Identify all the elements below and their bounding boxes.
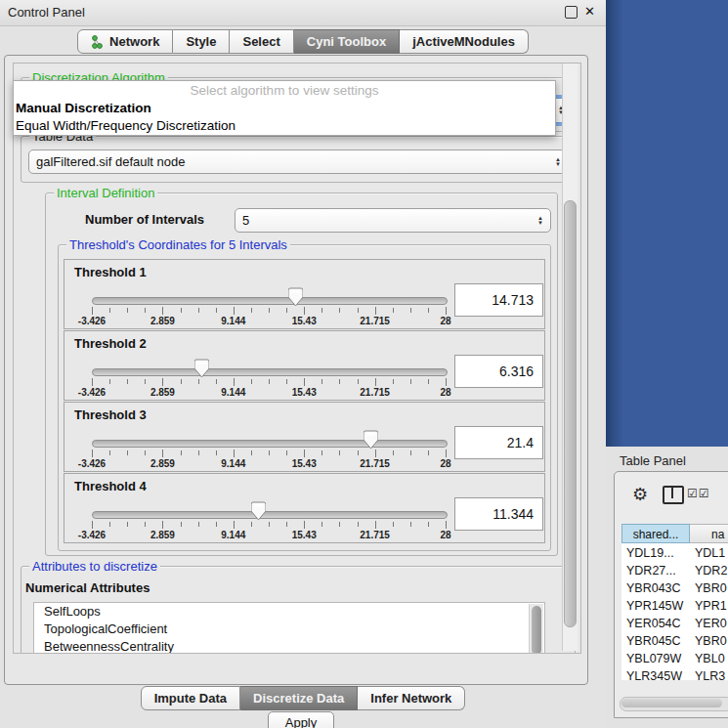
slider-tick-label: -3.426 (78, 316, 106, 326)
attribute-items: SelfLoopsTopologicalCoefficientBetweenne… (34, 603, 544, 654)
attributes-scrollbar[interactable] (529, 604, 543, 654)
checkboxes-icon[interactable]: ☑☑ (687, 487, 710, 500)
slider-tick (428, 379, 429, 384)
cell-name: YER0 (695, 615, 727, 632)
cell-name: YPR1 (695, 597, 727, 615)
table-row[interactable]: YBL079WYBL0 (621, 650, 728, 667)
table-row[interactable]: YDR27...YDR2 (621, 562, 728, 579)
slider-tick (410, 379, 411, 384)
slider-track[interactable] (92, 368, 448, 376)
slider-tick (269, 450, 270, 455)
tab-style[interactable]: Style (173, 29, 230, 54)
node-table[interactable]: shared... na YDL19...YDL1YDR27...YDR2YBR… (621, 524, 728, 680)
attribute-item-betweennesscentrality[interactable]: BetweennessCentrality (34, 638, 544, 654)
cell-name: YBL0 (695, 650, 725, 667)
slider-track[interactable] (92, 511, 448, 519)
slider-tick-label: 21.715 (360, 387, 390, 398)
slider-tick (127, 522, 128, 527)
slider-tick (181, 522, 182, 527)
slider-thumb[interactable] (364, 430, 378, 450)
slider-tick (428, 522, 429, 527)
table-row[interactable]: YLR345WYLR3 (621, 667, 728, 680)
slider-thumb[interactable] (251, 501, 266, 521)
table-row[interactable]: YBR043CYBR0 (621, 579, 728, 597)
gear-icon[interactable]: ⚙ (632, 484, 648, 505)
slider-tick (109, 379, 110, 384)
attribute-item-topologicalcoefficient[interactable]: TopologicalCoefficient (34, 621, 544, 638)
apply-button[interactable]: Apply (268, 711, 334, 728)
threshold-value-field[interactable]: 11.344 (454, 497, 543, 531)
cell-name: YDR2 (695, 562, 727, 579)
slider-thumb[interactable] (194, 359, 209, 378)
slider-tick (446, 307, 447, 315)
table-row[interactable]: YER054CYER0 (621, 615, 728, 632)
slider-tick (181, 450, 182, 455)
numerical-attributes-label: Numerical Attributes (25, 580, 150, 595)
table-data-combobox[interactable]: galFiltered.sif default node ▲▼ (28, 150, 569, 174)
slider-tick (321, 308, 322, 313)
tab-network[interactable]: Network (77, 29, 173, 54)
slider-tick (269, 522, 270, 527)
table-data-combobox-value: galFiltered.sif default node (36, 154, 185, 169)
attribute-item-selfloops[interactable]: SelfLoops (34, 603, 544, 621)
top-tab-bar: NetworkStyleSelectCyni ToolboxjActiveMNo… (0, 29, 606, 54)
slider-tick (109, 522, 110, 527)
slider-tick (393, 379, 394, 384)
tab-cyni-toolbox[interactable]: Cyni Toolbox (294, 29, 400, 54)
table-row[interactable]: YBR045CYBR0 (621, 632, 728, 650)
slider-tick (393, 450, 394, 455)
threshold-value-field[interactable]: 6.316 (454, 355, 543, 388)
float-window-icon[interactable] (565, 6, 578, 19)
table-horizontal-scrollbar[interactable] (620, 697, 728, 711)
slider-tick-label: 15.43 (292, 387, 317, 398)
threshold-value-field[interactable]: 14.713 (454, 283, 543, 317)
tab-jactivemnodules[interactable]: jActiveMNodules (400, 29, 529, 54)
slider-track[interactable] (92, 440, 448, 448)
threshold-value-field[interactable]: 21.4 (454, 426, 543, 459)
table-hscrollbar-thumb[interactable] (621, 699, 722, 707)
number-of-intervals-value: 5 (242, 213, 249, 228)
slider-thumb[interactable] (288, 287, 303, 307)
slider-tick (269, 308, 270, 313)
slider-tick (375, 521, 376, 529)
algorithm-dropdown-popup: Select algorithm to view settings Manual… (13, 80, 556, 136)
slider-tick (92, 450, 93, 457)
columns-icon[interactable] (663, 486, 684, 504)
slider-tick-label: 9.144 (221, 458, 245, 469)
slider-tick-label: -3.426 (78, 530, 106, 540)
slider-tick-label: 21.715 (360, 458, 390, 469)
main-scrollbar-thumb[interactable] (564, 200, 577, 627)
slider-track[interactable] (92, 297, 448, 305)
slider-tick (358, 379, 359, 384)
slider-tick (92, 521, 93, 529)
column-header-name[interactable]: na (690, 524, 728, 543)
number-of-intervals-combobox[interactable]: 5 ▲▼ (235, 208, 551, 233)
column-header-shared[interactable]: shared... (621, 524, 690, 543)
tab-select[interactable]: Select (230, 29, 293, 54)
algorithm-popup-prompt: Select algorithm to view settings (14, 81, 555, 100)
slider-tick (339, 379, 340, 384)
close-icon[interactable]: ✕ (584, 4, 595, 19)
algorithm-popup-items: Manual DiscretizationEqual Width/Frequen… (14, 100, 555, 135)
table-panel: Table Panel ⚙ ☑☑ shared... na YDL19...YD… (606, 447, 728, 728)
slider-tick (145, 522, 146, 527)
numerical-attributes-list[interactable]: SelfLoopsTopologicalCoefficientBetweenne… (33, 602, 545, 654)
control-panel-titlebar: Control Panel ✕ (0, 0, 606, 26)
table-row[interactable]: YPR145WYPR1 (621, 597, 728, 615)
attributes-scrollbar-thumb[interactable] (532, 606, 541, 654)
threshold-label: Threshold 1 (74, 265, 147, 279)
bottom-tab-infer-network[interactable]: Infer Network (358, 686, 465, 710)
slider-tick (162, 521, 163, 529)
slider-tick (251, 522, 252, 527)
slider-tick (286, 522, 287, 527)
bottom-tab-impute-data[interactable]: Impute Data (141, 686, 240, 710)
popup-item-manual-discretization[interactable]: Manual Discretization (14, 100, 555, 117)
popup-item-equal-width-frequency-discretization[interactable]: Equal Width/Frequency Discretization (14, 117, 555, 135)
slider-tick (321, 450, 322, 455)
table-row[interactable]: YDL19...YDL1 (621, 544, 728, 562)
tab-label: Style (186, 34, 216, 49)
slider-tick-label: 28 (440, 316, 450, 326)
slider-tick-label: 2.859 (150, 316, 175, 326)
bottom-tab-discretize-data[interactable]: Discretize Data (240, 686, 358, 710)
table-panel-title: Table Panel (620, 453, 686, 468)
